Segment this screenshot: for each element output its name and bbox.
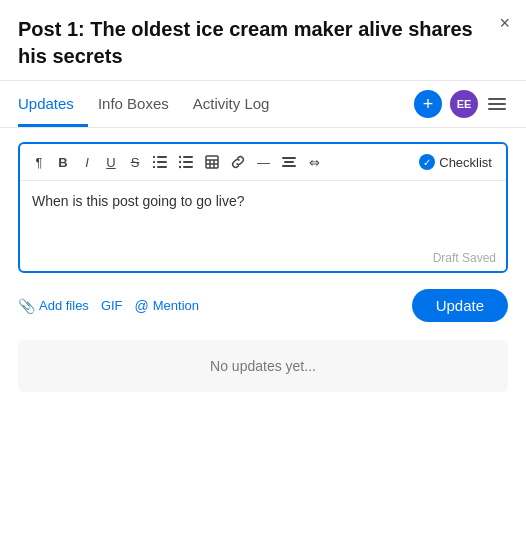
mention-label: Mention <box>153 298 199 313</box>
svg-rect-2 <box>488 108 506 110</box>
tabs-container: Updates Info Boxes Activity Log <box>18 81 414 127</box>
add-user-button[interactable]: + <box>414 90 442 118</box>
hamburger-icon <box>488 95 506 113</box>
no-updates-message: No updates yet... <box>18 340 508 392</box>
svg-rect-4 <box>157 161 167 163</box>
add-files-label: Add files <box>39 298 89 313</box>
svg-rect-22 <box>282 165 296 167</box>
strikethrough-button[interactable]: S <box>124 150 146 174</box>
svg-rect-10 <box>183 161 193 163</box>
link-icon <box>231 155 245 169</box>
ordered-list-icon <box>153 155 167 169</box>
svg-rect-11 <box>183 166 193 168</box>
tabs-row: Updates Info Boxes Activity Log + EE <box>0 81 526 128</box>
editor-body: When is this post going to go live? <box>20 181 506 251</box>
align-icon <box>282 155 296 169</box>
mention-button[interactable]: @ Mention <box>135 298 199 314</box>
svg-rect-6 <box>153 156 155 158</box>
draft-saved-label: Draft Saved <box>20 251 506 271</box>
close-button[interactable]: × <box>499 14 510 32</box>
paragraph-button[interactable]: ¶ <box>28 150 50 174</box>
indent-button[interactable]: ⇔ <box>303 150 325 174</box>
svg-rect-1 <box>488 103 506 105</box>
checklist-label: Checklist <box>439 155 492 170</box>
link-button[interactable] <box>226 150 250 174</box>
bold-button[interactable]: B <box>52 150 74 174</box>
main-content: ¶ B I U S <box>0 128 526 392</box>
svg-rect-20 <box>282 157 296 159</box>
post-title: Post 1: The oldest ice cream maker alive… <box>18 16 508 70</box>
svg-rect-9 <box>183 156 193 158</box>
unordered-list-icon <box>179 155 193 169</box>
editor-toolbar: ¶ B I U S <box>20 144 506 181</box>
left-actions: 📎 Add files GIF @ Mention <box>18 298 199 314</box>
svg-point-14 <box>179 166 181 168</box>
svg-rect-0 <box>488 98 506 100</box>
svg-point-12 <box>179 156 181 158</box>
at-icon: @ <box>135 298 149 314</box>
tab-activity-log[interactable]: Activity Log <box>193 81 284 127</box>
table-icon <box>205 155 219 169</box>
table-button[interactable] <box>200 150 224 174</box>
check-icon: ✓ <box>419 154 435 170</box>
gif-label: GIF <box>101 298 123 313</box>
svg-rect-5 <box>157 166 167 168</box>
svg-rect-3 <box>157 156 167 158</box>
svg-rect-21 <box>284 161 294 163</box>
tab-updates[interactable]: Updates <box>18 81 88 127</box>
svg-rect-15 <box>206 156 218 168</box>
svg-rect-8 <box>153 166 155 168</box>
tab-info-boxes[interactable]: Info Boxes <box>98 81 183 127</box>
svg-point-13 <box>179 161 181 163</box>
checklist-button[interactable]: ✓ Checklist <box>413 151 498 173</box>
paperclip-icon: 📎 <box>18 298 35 314</box>
bottom-actions: 📎 Add files GIF @ Mention Update <box>18 283 508 336</box>
menu-button[interactable] <box>486 95 508 113</box>
italic-button[interactable]: I <box>76 150 98 174</box>
gif-button[interactable]: GIF <box>101 298 123 313</box>
unordered-list-button[interactable] <box>174 150 198 174</box>
avatar[interactable]: EE <box>450 90 478 118</box>
add-files-button[interactable]: 📎 Add files <box>18 298 89 314</box>
ordered-list-button[interactable] <box>148 150 172 174</box>
tabs-actions: + EE <box>414 90 508 118</box>
align-button[interactable] <box>277 150 301 174</box>
editor-container: ¶ B I U S <box>18 142 508 273</box>
underline-button[interactable]: U <box>100 150 122 174</box>
svg-rect-7 <box>153 161 155 163</box>
post-header: × Post 1: The oldest ice cream maker ali… <box>0 0 526 81</box>
editor-text-input[interactable]: When is this post going to go live? <box>32 191 494 241</box>
hr-button[interactable]: — <box>252 150 275 174</box>
update-button[interactable]: Update <box>412 289 508 322</box>
